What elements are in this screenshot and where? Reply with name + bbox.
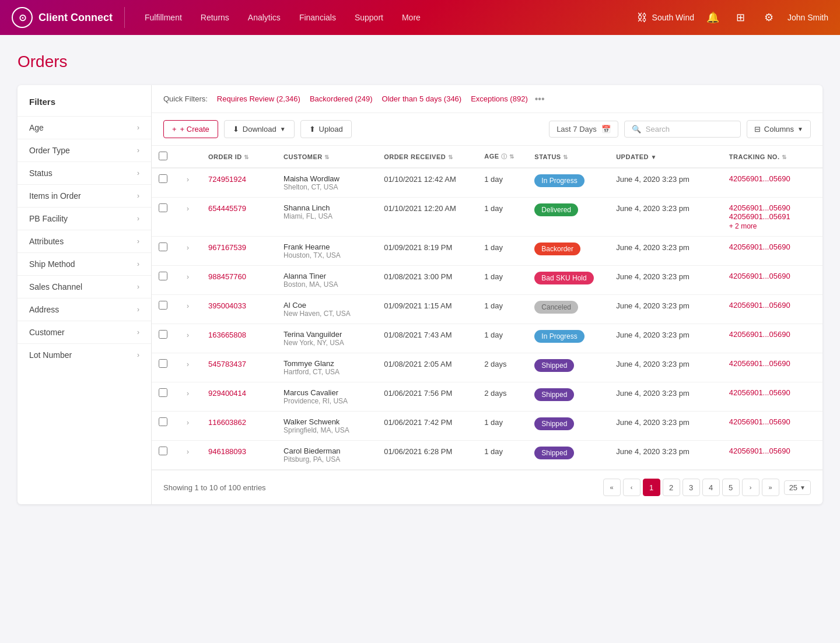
row-expand-button[interactable]: ›: [183, 203, 192, 214]
customer-location: Springfield, MA, USA: [284, 426, 370, 434]
order-id-link[interactable]: 988457760: [208, 272, 246, 281]
status-cell: Shipped: [527, 441, 609, 470]
filter-item-attributes[interactable]: Attributes›: [18, 230, 151, 252]
filter-item-customer[interactable]: Customer›: [18, 321, 151, 343]
select-all-checkbox[interactable]: [159, 152, 167, 160]
age-header[interactable]: AGE ⓘ ⇅: [477, 146, 527, 168]
notifications-button[interactable]: 🔔: [704, 8, 722, 27]
order-received-date: 01/06/2021 6:28 PM: [384, 447, 452, 456]
row-checkbox[interactable]: [159, 359, 167, 368]
filter-chevron-icon: ›: [137, 237, 139, 245]
order-id-link[interactable]: 946188093: [208, 447, 246, 456]
tracking-link[interactable]: 42056901...05690: [729, 330, 816, 339]
tracking-link[interactable]: 42056901...05690: [729, 359, 816, 368]
tracking-link[interactable]: 42056901...05691: [729, 212, 816, 221]
updated-header[interactable]: UPDATED ▼: [609, 146, 722, 168]
settings-button[interactable]: ⚙: [760, 8, 778, 27]
order-received-header[interactable]: ORDER RECEIVED ⇅: [377, 146, 477, 168]
tracking-header[interactable]: TRACKING NO. ⇅: [722, 146, 822, 168]
order-id-link[interactable]: 163665808: [208, 331, 246, 339]
filter-chevron-icon: ›: [137, 328, 139, 336]
tracking-link[interactable]: 42056901...05690: [729, 203, 816, 212]
filter-item-lot-number[interactable]: Lot Number›: [18, 343, 151, 366]
row-checkbox[interactable]: [159, 243, 167, 251]
row-expand-button[interactable]: ›: [183, 272, 192, 282]
row-checkbox[interactable]: [159, 203, 167, 212]
quick-filter-more-button[interactable]: •••: [535, 94, 545, 104]
order-id-link[interactable]: 724951924: [208, 175, 246, 184]
filter-item-address[interactable]: Address›: [18, 298, 151, 321]
tracking-link[interactable]: 42056901...05690: [729, 388, 816, 397]
tracking-more[interactable]: + 2 more: [729, 222, 757, 230]
row-checkbox[interactable]: [159, 330, 167, 339]
upload-button[interactable]: ⬆ Upload: [300, 120, 352, 138]
row-checkbox[interactable]: [159, 272, 167, 280]
row-expand-button[interactable]: ›: [183, 417, 192, 428]
filter-item-items-in-order[interactable]: Items in Order›: [18, 184, 151, 207]
row-expand-button[interactable]: ›: [183, 447, 192, 457]
filter-item-pb-facility[interactable]: PB Facility›: [18, 207, 151, 230]
nav-returns[interactable]: Returns: [192, 9, 237, 26]
row-expand-button[interactable]: ›: [183, 359, 192, 370]
filters-sidebar: Filters Age›Order Type›Status›Items in O…: [18, 85, 152, 504]
row-expand-button[interactable]: ›: [183, 174, 192, 185]
order-id-link[interactable]: 929400414: [208, 389, 246, 398]
customer-header[interactable]: CUSTOMER ⇅: [276, 146, 377, 168]
create-button[interactable]: + + Create: [163, 120, 218, 138]
page-4-button[interactable]: 4: [702, 479, 720, 496]
quick-filter-older[interactable]: Older than 5 days (346): [380, 93, 464, 104]
per-page-selector[interactable]: 25 ▼: [784, 480, 811, 495]
nav-financials[interactable]: Financials: [291, 9, 344, 26]
row-checkbox[interactable]: [159, 447, 167, 455]
nav-analytics[interactable]: Analytics: [240, 9, 289, 26]
nav-fulfillment[interactable]: Fulfillment: [136, 9, 190, 26]
order-id-link[interactable]: 967167539: [208, 243, 246, 252]
row-expand-cell: ›: [176, 324, 201, 353]
order-id-link[interactable]: 654445579: [208, 204, 246, 213]
row-checkbox[interactable]: [159, 174, 167, 183]
order-id-header[interactable]: ORDER ID ⇅: [201, 146, 276, 168]
row-expand-button[interactable]: ›: [183, 388, 192, 399]
order-id-link[interactable]: 545783437: [208, 360, 246, 368]
filter-item-age[interactable]: Age›: [18, 116, 151, 139]
page-1-button[interactable]: 1: [643, 479, 660, 496]
nav-more[interactable]: More: [394, 9, 429, 26]
quick-filter-exceptions[interactable]: Exceptions (892): [468, 93, 530, 104]
user-name[interactable]: John Smith: [788, 13, 828, 22]
date-range-selector[interactable]: Last 7 Days 📅: [549, 121, 618, 138]
tracking-link[interactable]: 42056901...05690: [729, 301, 816, 310]
row-checkbox[interactable]: [159, 301, 167, 310]
last-page-button[interactable]: »: [762, 479, 779, 496]
row-expand-button[interactable]: ›: [183, 330, 192, 340]
row-checkbox[interactable]: [159, 388, 167, 397]
page-2-button[interactable]: 2: [663, 479, 680, 496]
download-button[interactable]: ⬇ Download ▼: [224, 120, 295, 138]
row-expand-button[interactable]: ›: [183, 243, 192, 253]
tracking-link[interactable]: 42056901...05690: [729, 272, 816, 280]
filter-item-order-type[interactable]: Order Type›: [18, 139, 151, 161]
filter-item-sales-channel[interactable]: Sales Channel›: [18, 275, 151, 298]
search-input[interactable]: 🔍 Search: [624, 121, 741, 138]
filter-item-ship-method[interactable]: Ship Method›: [18, 252, 151, 275]
prev-page-button[interactable]: ‹: [623, 479, 640, 496]
org-selector[interactable]: ⛓ South Wind: [637, 12, 694, 24]
filter-item-status[interactable]: Status›: [18, 161, 151, 184]
nav-support[interactable]: Support: [346, 9, 391, 26]
page-3-button[interactable]: 3: [682, 479, 700, 496]
next-page-button[interactable]: ›: [742, 479, 760, 496]
row-checkbox[interactable]: [159, 417, 167, 426]
order-id-link[interactable]: 395004033: [208, 301, 246, 310]
tracking-link[interactable]: 42056901...05690: [729, 174, 816, 183]
row-expand-button[interactable]: ›: [183, 301, 192, 311]
apps-button[interactable]: ⊞: [732, 8, 750, 27]
columns-button[interactable]: ⊟ Columns ▼: [747, 120, 811, 138]
quick-filter-requires-review[interactable]: Requires Review (2,346): [215, 93, 303, 104]
status-header[interactable]: STATUS ⇅: [527, 146, 609, 168]
order-id-link[interactable]: 116603862: [208, 418, 246, 427]
first-page-button[interactable]: «: [603, 479, 621, 496]
quick-filter-backordered[interactable]: Backordered (249): [307, 93, 375, 104]
page-5-button[interactable]: 5: [722, 479, 740, 496]
tracking-link[interactable]: 42056901...05690: [729, 447, 816, 455]
tracking-link[interactable]: 42056901...05690: [729, 417, 816, 426]
tracking-link[interactable]: 42056901...05690: [729, 243, 816, 251]
